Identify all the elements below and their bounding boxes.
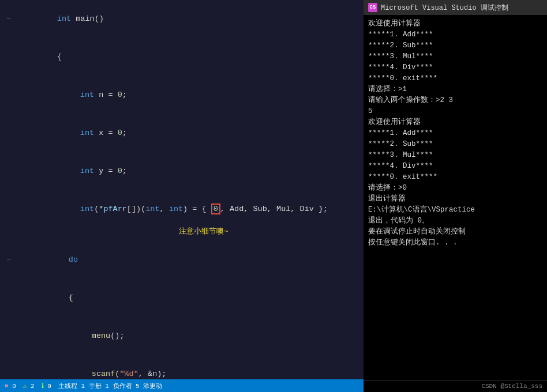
code-line-9: menu(); bbox=[0, 317, 364, 355]
console-title: Microsoft Visual Studio 调试控制 bbox=[381, 3, 508, 13]
console-output-line: *****0. exit**** bbox=[368, 73, 542, 84]
code-line-6: int(*pfArr[])(int, int) = { 0, Add, Sub,… bbox=[0, 190, 364, 228]
console-output-line: 按任意键关闭此窗口. . . bbox=[368, 238, 542, 248]
console-output-line: 欢迎使用计算器 bbox=[368, 117, 542, 128]
code-line-7: ─ do bbox=[0, 241, 364, 279]
line-content-3: int n = 0; bbox=[17, 76, 364, 114]
code-line-1: ─ int main() bbox=[0, 0, 364, 38]
code-line-10: scanf("%d", &n); bbox=[0, 355, 364, 379]
status-info: 主线程 1 手册 1 负作者 5 添更动 bbox=[58, 382, 162, 390]
error-count: 0 bbox=[12, 383, 16, 390]
gutter-7: ─ bbox=[0, 254, 17, 266]
line-content-5: int y = 0; bbox=[17, 152, 364, 190]
console-output-line: *****0. exit**** bbox=[368, 172, 542, 183]
status-bar: ✖ 0 ⚠ 2 ℹ 0 主线程 1 手册 1 负作者 5 添更动 bbox=[0, 379, 364, 392]
warning-icon: ⚠ bbox=[23, 383, 27, 390]
console-output-line: 5 bbox=[368, 106, 542, 117]
warning-count: 2 bbox=[31, 383, 35, 390]
console-footer-text: CSDN @Stella_sss bbox=[481, 383, 542, 390]
code-editor-panel: ─ int main() { int n = 0; int x = 0; bbox=[0, 0, 364, 392]
console-output-line: 退出，代码为 0。 bbox=[368, 216, 542, 227]
message-count: 0 bbox=[47, 383, 51, 390]
code-line-5: int y = 0; bbox=[0, 152, 364, 190]
message-icon: ℹ bbox=[42, 383, 44, 390]
collapse-btn-7[interactable]: ─ bbox=[7, 254, 10, 266]
console-panel: CS Microsoft Visual Studio 调试控制 欢迎使用计算器*… bbox=[364, 0, 547, 392]
line-content-10: scanf("%d", &n); bbox=[17, 355, 364, 379]
line-content-1: int main() bbox=[17, 0, 364, 38]
gutter-1: ─ bbox=[0, 13, 17, 25]
console-output: 欢迎使用计算器*****1. Add*********2. Sub*******… bbox=[364, 15, 547, 380]
code-line-2: { bbox=[0, 38, 364, 76]
error-indicator: ✖ 0 bbox=[5, 382, 16, 390]
code-line-3: int n = 0; bbox=[0, 76, 364, 114]
keyword-int-main: int bbox=[57, 14, 71, 23]
error-icon: ✖ bbox=[5, 383, 9, 390]
line-content-7: do bbox=[17, 241, 364, 279]
console-output-line: 请输入两个操作数：>2 3 bbox=[368, 95, 542, 106]
console-output-line: E:\计算机\C语言\VSpractice bbox=[368, 205, 542, 216]
message-indicator: ℹ 0 bbox=[42, 382, 51, 390]
annotation-detail: 注意小细节噢~ bbox=[179, 226, 228, 236]
console-output-line: *****2. Sub**** bbox=[368, 139, 542, 150]
collapse-btn-1[interactable]: ─ bbox=[7, 13, 10, 25]
line-content-2: { bbox=[17, 38, 364, 76]
console-output-line: *****1. Add**** bbox=[368, 128, 542, 139]
console-output-line: 欢迎使用计算器 bbox=[368, 18, 542, 29]
line-content-9: menu(); bbox=[17, 317, 364, 355]
console-app-icon: CS bbox=[368, 3, 377, 12]
console-footer: CSDN @Stella_sss bbox=[364, 380, 547, 392]
console-titlebar: CS Microsoft Visual Studio 调试控制 bbox=[364, 0, 547, 15]
console-output-line: *****3. Mul**** bbox=[368, 150, 542, 161]
code-area: ─ int main() { int n = 0; int x = 0; bbox=[0, 0, 364, 379]
console-output-line: 退出计算器 bbox=[368, 194, 542, 205]
console-output-line: 要在调试停止时自动关闭控制 bbox=[368, 227, 542, 238]
console-output-line: 请选择：>1 bbox=[368, 84, 542, 95]
console-output-line: 请选择：>0 bbox=[368, 183, 542, 194]
line-content-8: { bbox=[17, 279, 364, 317]
line-content-6: int(*pfArr[])(int, int) = { 0, Add, Sub,… bbox=[17, 190, 364, 228]
console-output-line: *****4. Div**** bbox=[368, 62, 542, 73]
console-output-line: *****1. Add**** bbox=[368, 29, 542, 40]
warning-indicator: ⚠ 2 bbox=[23, 382, 35, 390]
main-fn: main() bbox=[71, 14, 104, 23]
console-output-line: *****4. Div**** bbox=[368, 161, 542, 172]
annotation-row-1: 注意小细节噢~ bbox=[0, 228, 364, 241]
highlighted-zero: 0 bbox=[211, 203, 220, 214]
code-line-4: int x = 0; bbox=[0, 114, 364, 152]
console-output-line: *****3. Mul**** bbox=[368, 51, 542, 62]
code-line-8: { bbox=[0, 279, 364, 317]
line-content-4: int x = 0; bbox=[17, 114, 364, 152]
console-output-line: *****2. Sub**** bbox=[368, 40, 542, 51]
